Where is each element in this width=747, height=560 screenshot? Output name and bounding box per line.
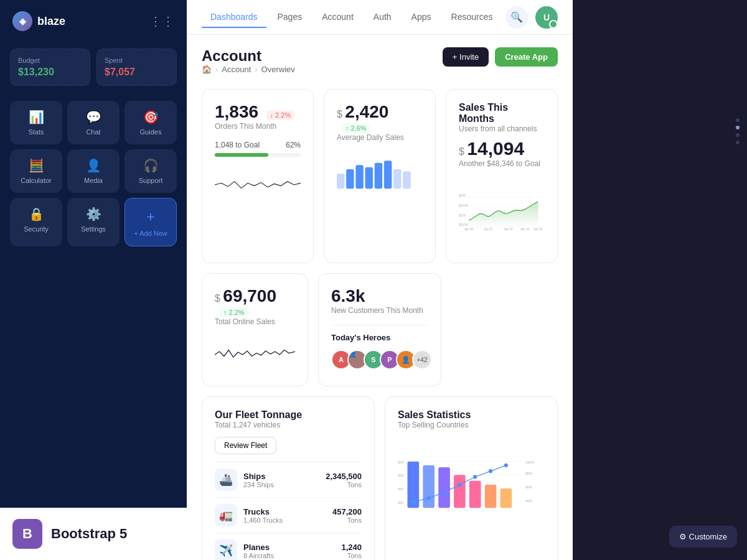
- panel-dot-2: [736, 126, 740, 129]
- spent-label: Spent: [105, 57, 169, 64]
- sidebar-item-chat[interactable]: 💬 Chat: [67, 101, 120, 144]
- progress-pct: 62%: [286, 141, 301, 149]
- invite-button[interactable]: + Invite: [443, 47, 489, 67]
- avatar[interactable]: U: [535, 6, 558, 29]
- nav-grid: 📊 Stats 💬 Chat 🎯 Guides 🧮 Calculator 👤 M…: [0, 101, 187, 246]
- sales-month-card: Sales This Months Users from all channel…: [446, 89, 558, 263]
- customers-value: 6.3k: [331, 286, 365, 306]
- add-icon: ＋: [144, 207, 157, 226]
- guides-icon: 🎯: [143, 110, 159, 124]
- tab-apps[interactable]: Apps: [403, 7, 440, 28]
- avg-sales-badge: ↑ 2.6%: [342, 123, 370, 133]
- trucks-count: 1,460 Trucks: [243, 516, 326, 524]
- svg-text:$20.5K: $20.5K: [459, 204, 469, 207]
- svg-rect-5: [384, 161, 392, 189]
- sales-stats-subtitle: Top Selling Countries: [398, 421, 545, 429]
- tab-auth[interactable]: Auth: [365, 7, 400, 28]
- svg-point-41: [489, 469, 492, 473]
- panel-dot-3: [736, 133, 740, 137]
- sidebar-item-add-new[interactable]: ＋ + Add New: [125, 198, 177, 246]
- media-icon: 👤: [86, 158, 101, 173]
- sidebar-item-security[interactable]: 🔒 Security: [10, 198, 62, 246]
- planes-icon: ✈️: [215, 539, 237, 560]
- sidebar-item-support[interactable]: 🎧 Support: [125, 149, 177, 193]
- svg-text:Apr 04: Apr 04: [464, 228, 473, 231]
- sales-stats-title: Sales Statistics: [398, 409, 545, 421]
- page-header: Account 🏠 › Account › Overwiev + Invite …: [202, 47, 558, 84]
- customize-button[interactable]: ⚙ Customize: [669, 526, 737, 548]
- progress-section: 1,048 to Goal 62%: [215, 141, 301, 157]
- fleet-card: Our Fleet Tonnage Total 1,247 vehicles R…: [202, 396, 375, 560]
- tab-account[interactable]: Account: [313, 7, 362, 28]
- svg-point-42: [504, 464, 508, 467]
- bootstrap-text: Bootstrap 5: [51, 526, 127, 542]
- sidebar-item-guides[interactable]: 🎯 Guides: [125, 101, 177, 144]
- svg-rect-6: [393, 169, 401, 189]
- progress-header: 1,048 to Goal 62%: [215, 141, 301, 149]
- security-icon: 🔒: [29, 207, 44, 222]
- avg-sales-card: $ 2,420 ↑ 2.6% Average Daily Sales: [324, 89, 436, 263]
- total-sales-row: $ 69,700 ↑ 2.2%: [215, 286, 295, 317]
- total-sales-prefix: $: [215, 293, 220, 304]
- orders-value: 1,836: [215, 102, 258, 121]
- ships-value-area: 2,345,500 Tons: [326, 472, 362, 488]
- sidebar-item-stats[interactable]: 📊 Stats: [10, 101, 62, 144]
- breadcrumb-account: Account: [222, 65, 251, 74]
- sidebar-item-settings[interactable]: ⚙️ Settings: [67, 198, 120, 246]
- svg-text:80%: 80%: [525, 472, 532, 475]
- panel-curve: [573, 0, 747, 560]
- sidebar-item-label: Security: [24, 225, 49, 233]
- budget-cards: Budget $13,230 Spent $7,057: [0, 42, 187, 96]
- total-sales-badge: ↑ 2.2%: [220, 307, 248, 317]
- bootstrap-logo: B: [12, 519, 42, 549]
- heroes-title: Today's Heroes: [331, 333, 428, 342]
- ships-value: 2,345,500: [326, 472, 362, 481]
- customers-card: 6.3k New Customers This Month Today's He…: [318, 273, 441, 386]
- tab-resources[interactable]: Resources: [443, 7, 502, 28]
- planes-unit: Tons: [341, 552, 362, 559]
- fleet-row-ships: 🚢 Ships 234 Ships 2,345,500 Tons: [215, 462, 362, 497]
- avg-sales-value-row: $ 2,420 ↑ 2.6%: [337, 102, 423, 133]
- svg-text:40%: 40%: [525, 499, 532, 503]
- trucks-unit: Tons: [332, 516, 362, 524]
- sidebar-header: ◈ blaze ⋮⋮: [0, 0, 187, 42]
- progress-label: 1,048 to Goal: [215, 141, 260, 149]
- sidebar-item-label: Chat: [86, 128, 100, 136]
- sidebar-item-label: Calculator: [21, 177, 52, 184]
- budget-value: $13,230: [18, 67, 82, 78]
- avg-sales-label: Average Daily Sales: [337, 133, 423, 142]
- tab-dashboards[interactable]: Dashboards: [202, 7, 266, 28]
- tab-pages[interactable]: Pages: [269, 7, 311, 28]
- sidebar-item-calculator[interactable]: 🧮 Calculator: [10, 149, 62, 193]
- svg-rect-7: [403, 172, 410, 189]
- total-sales-card: $ 69,700 ↑ 2.2% Total Online Sales: [202, 273, 308, 386]
- trucks-icon: 🚛: [215, 504, 237, 526]
- create-app-button[interactable]: Create App: [495, 47, 558, 67]
- sidebar-item-media[interactable]: 👤 Media: [67, 149, 120, 193]
- settings-icon: ⚙️: [86, 207, 101, 222]
- header-actions: + Invite Create App: [443, 47, 558, 67]
- menu-icon[interactable]: ⋮⋮: [149, 14, 174, 29]
- sales-month-value-row: $ 14,094: [459, 138, 545, 159]
- svg-text:$24K: $24K: [459, 194, 466, 197]
- search-button[interactable]: 🔍: [505, 6, 528, 29]
- ships-count: 234 Ships: [243, 481, 319, 488]
- svg-rect-34: [485, 485, 497, 508]
- trucks-info: Trucks 1,460 Trucks: [243, 507, 326, 524]
- sidebar-item-label: Support: [139, 177, 163, 184]
- trucks-value: 457,200: [332, 507, 362, 516]
- spacer-col: [451, 273, 558, 386]
- review-fleet-button[interactable]: Review Fleet: [215, 437, 276, 454]
- sales-stats-chart: 800 600 400 200: [398, 437, 545, 539]
- svg-text:60%: 60%: [525, 485, 532, 489]
- progress-bar-fill: [215, 153, 268, 157]
- svg-text:400: 400: [398, 487, 403, 491]
- wavy-line-area: [215, 336, 295, 373]
- customers-label: New Customers This Month: [331, 306, 428, 315]
- trucks-name: Trucks: [243, 507, 326, 516]
- sidebar-item-label: Media: [84, 177, 103, 184]
- total-sales-value: 69,700: [223, 286, 276, 306]
- ships-icon: 🚢: [215, 469, 237, 491]
- bar-chart-area: [337, 152, 423, 198]
- heroes-section: Today's Heroes A 👤 S P 👤 +42: [331, 325, 428, 370]
